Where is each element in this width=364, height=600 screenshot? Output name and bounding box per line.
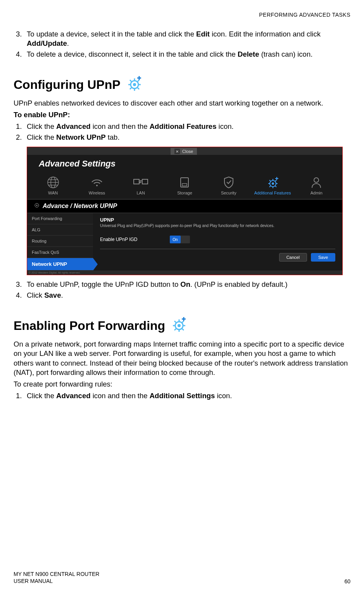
footer-product: MY NET N900 CENTRAL ROUTER [14,571,99,577]
upnp-subhead: To enable UPnP: [14,110,350,120]
svg-line-7 [138,88,139,89]
gear-plus-icon [125,75,142,95]
svg-line-28 [269,180,271,181]
section-heading-portfwd: Enabling Port Forwarding [14,316,350,336]
footer-doc-type: USER MANUAL [14,577,99,584]
router-ui-screenshot: ✕ Close Advanced Settings WAN Wireless L… [27,147,343,275]
cancel-button[interactable]: Cancel [279,253,307,262]
sidebar-item-alg[interactable]: ALG [27,224,93,236]
screenshot-title: Advanced Settings [27,155,342,171]
page-footer: MY NET N900 CENTRAL ROUTER USER MANUAL 6… [14,571,350,584]
close-icon: ✕ [174,149,180,154]
step-number: 4. [14,50,27,59]
page-number: 60 [344,578,350,584]
upnp-step-3: 3. To enable UPnP, toggle the UPnP IGD b… [14,280,350,289]
save-button[interactable]: Save [311,253,335,262]
sidebar-item-routing[interactable]: Routing [27,236,93,247]
portfwd-sub: To create port forwarding rules: [14,380,350,389]
step-number: 3. [14,29,27,48]
page-header: PERFORMING ADVANCED TASKS [14,12,350,18]
sidebar-item-network-upnp[interactable]: Network UPNP [27,258,93,271]
close-button[interactable]: ✕ Close [171,148,197,155]
tab-lan[interactable]: LAN [119,173,163,199]
svg-line-9 [138,80,139,82]
main-panel: UPNP Universal Plug and Play(UPnP) suppo… [93,213,342,271]
admin-icon [296,176,337,189]
upnp-intro: UPnP enables networked devices to discov… [14,99,350,108]
sidebar-item-fastrack-qos[interactable]: FasTrack QoS [27,247,93,258]
svg-line-6 [130,80,131,82]
gear-small-icon [34,203,40,210]
toggle-on-state: On [170,236,181,243]
svg-point-17 [96,185,98,186]
svg-line-30 [269,186,271,187]
section-bar: Advance / Network UPNP [27,199,342,213]
shield-icon [208,176,249,189]
storage-icon [164,176,205,189]
portfwd-step-1: 1. Click the Advanced icon and then the … [14,391,350,401]
upnp-step-1: 1. Click the Advanced icon and then the … [14,122,350,131]
gear-plus-icon [170,316,187,336]
svg-point-34 [314,178,319,182]
tab-admin[interactable]: Admin [295,173,338,199]
svg-point-36 [36,205,38,206]
tab-additional-features[interactable]: Additional Features [250,173,294,199]
copyright: © 2012 Western Digital. All rights reser… [27,271,342,275]
sidebar-item-port-forwarding[interactable]: Port Forwarding [27,213,93,224]
svg-line-46 [182,321,184,323]
tab-wireless[interactable]: Wireless [75,173,119,199]
toggle-label: Enable UPnP IGD [100,237,170,242]
intro-step-4: 4. To delete a device, disconnect it, se… [14,50,350,59]
top-tabs: WAN Wireless LAN Storage Security Additi… [27,171,342,199]
svg-line-43 [174,321,176,323]
lan-icon [121,176,161,189]
svg-line-44 [182,329,184,330]
tab-security[interactable]: Security [207,173,250,199]
svg-rect-21 [182,184,187,186]
section-heading-upnp: Configuring UPnP [14,75,350,95]
svg-rect-18 [134,179,139,184]
upnp-toggle[interactable]: On [170,236,190,243]
upnp-step-4: 4. Click Save. [14,291,350,300]
svg-line-29 [275,186,276,187]
svg-point-23 [272,182,274,185]
panel-desc: Universal Plug and Play(UPnP) supports p… [100,224,335,228]
step-text: To delete a device, disconnect it, selec… [27,50,350,59]
svg-line-45 [174,329,176,330]
intro-step-3: 3. To update a device, select it in the … [14,29,350,48]
svg-point-1 [133,83,136,86]
tab-wan[interactable]: WAN [31,173,75,199]
gear-plus-icon [252,176,293,189]
svg-rect-19 [142,179,148,184]
svg-line-8 [130,88,131,89]
portfwd-intro: On a private network, port forwarding ma… [14,340,350,377]
sidebar: Port Forwarding ALG Routing FasTrack QoS… [27,213,93,271]
panel-heading: UPNP [100,217,335,223]
globe-icon [33,176,73,189]
tab-storage[interactable]: Storage [163,173,207,199]
svg-line-31 [275,180,276,181]
svg-point-38 [178,324,181,327]
upnp-step-2: 2. Click the Network UPnP tab. [14,133,350,142]
step-text: To update a device, select it in the tab… [27,29,350,48]
wifi-icon [76,176,117,189]
